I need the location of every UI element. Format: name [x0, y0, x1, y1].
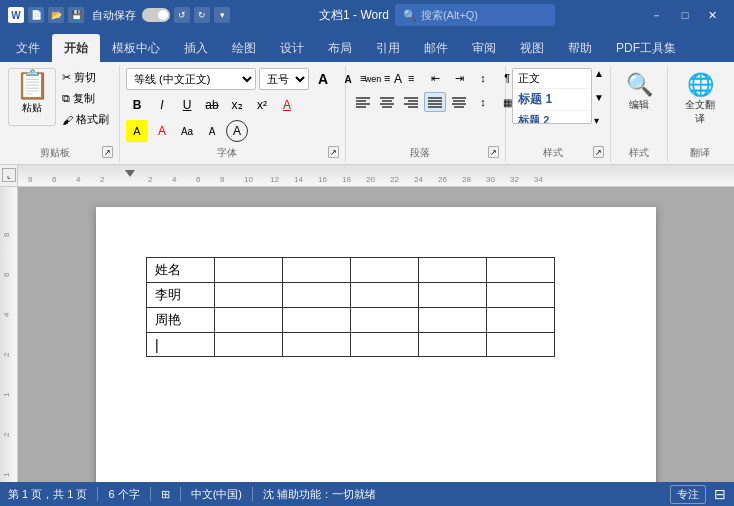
align-left-btn[interactable]	[352, 92, 374, 112]
table-cell-liming-3[interactable]	[283, 283, 351, 308]
tab-draw[interactable]: 绘图	[220, 34, 268, 62]
tab-home[interactable]: 开始	[52, 34, 100, 62]
table-cell-header-5[interactable]	[419, 258, 487, 283]
tab-review[interactable]: 审阅	[460, 34, 508, 62]
style-heading2[interactable]: 标题 2	[513, 111, 591, 124]
customize-btn[interactable]: ▾	[214, 7, 230, 23]
style-normal[interactable]: 正文	[513, 69, 591, 89]
table-cell-header-3[interactable]	[283, 258, 351, 283]
bold-btn[interactable]: B	[126, 94, 148, 116]
restore-btn[interactable]: □	[672, 5, 698, 25]
font-case-btn[interactable]: Aa	[176, 120, 198, 142]
tab-mailing[interactable]: 邮件	[412, 34, 460, 62]
editing-btn[interactable]: 🔍 编辑	[617, 68, 661, 116]
translate-btn[interactable]: 🌐 全文翻译	[674, 68, 726, 130]
justify-btn[interactable]	[424, 92, 446, 112]
font-size-select[interactable]: 五号	[259, 68, 309, 90]
open-btn[interactable]: 📂	[48, 7, 64, 23]
highlight-btn[interactable]: A	[126, 120, 148, 142]
style-heading1[interactable]: 标题 1	[513, 89, 591, 111]
new-btn[interactable]: 📄	[28, 7, 44, 23]
italic-btn[interactable]: I	[151, 94, 173, 116]
table-cell-zhouyan-3[interactable]	[283, 308, 351, 333]
superscript-btn[interactable]: x²	[251, 94, 273, 116]
strikethrough-btn[interactable]: ab	[201, 94, 223, 116]
zoom-icon[interactable]: ⊟	[714, 486, 726, 502]
styles-up-btn[interactable]: ▲	[594, 68, 604, 79]
subscript-btn[interactable]: x₂	[226, 94, 248, 116]
styles-expand-btn[interactable]: ↗	[593, 146, 604, 158]
table-cell-zhouyan-4[interactable]	[351, 308, 419, 333]
undo-btn[interactable]: ↺	[174, 7, 190, 23]
tab-design[interactable]: 设计	[268, 34, 316, 62]
circle-char-btn[interactable]: A	[226, 120, 248, 142]
tab-insert[interactable]: 插入	[172, 34, 220, 62]
tab-stop-indicator[interactable]	[125, 170, 135, 177]
tab-references[interactable]: 引用	[364, 34, 412, 62]
ruler-corner-icon[interactable]: ⌞	[2, 168, 16, 182]
table-cell-liming-4[interactable]	[351, 283, 419, 308]
table-cell-liming-6[interactable]	[487, 283, 555, 308]
cut-btn[interactable]: ✂ 剪切	[58, 68, 113, 87]
align-center-btn[interactable]	[376, 92, 398, 112]
table-cell-zhouyan-2[interactable]	[215, 308, 283, 333]
copy-btn[interactable]: ⧉ 复制	[58, 89, 113, 108]
table-cell-zhouyan-6[interactable]	[487, 308, 555, 333]
styles-more-btn[interactable]: ▾	[594, 115, 604, 126]
distribute-btn[interactable]	[448, 92, 470, 112]
tab-view[interactable]: 视图	[508, 34, 556, 62]
align-right-btn[interactable]	[400, 92, 422, 112]
table-cell-liming-name[interactable]: 李明	[147, 283, 215, 308]
format-painter-btn[interactable]: 🖌 格式刷	[58, 110, 113, 129]
tab-layout[interactable]: 布局	[316, 34, 364, 62]
numbered-list-btn[interactable]: ≡	[376, 68, 398, 88]
table-cell-cursor[interactable]	[147, 333, 215, 357]
tab-help[interactable]: 帮助	[556, 34, 604, 62]
tab-template[interactable]: 模板中心	[100, 34, 172, 62]
font-group-label: 字体	[126, 144, 328, 160]
sort-btn[interactable]: ↕	[472, 68, 494, 88]
focus-btn[interactable]: 专注	[670, 485, 706, 504]
table-cell-header-6[interactable]	[487, 258, 555, 283]
close-btn[interactable]: ✕	[700, 5, 726, 25]
page-area[interactable]: 软件自学网：RJZXW.COM 姓名 李明	[18, 187, 734, 482]
phonetic-btn[interactable]: A	[201, 120, 223, 142]
language[interactable]: 中文(中国)	[191, 487, 242, 502]
underline-btn[interactable]: U	[176, 94, 198, 116]
bullet-list-btn[interactable]: ≡	[352, 68, 374, 88]
table-cell-empty-4[interactable]	[351, 333, 419, 357]
table-cell-empty-6[interactable]	[487, 333, 555, 357]
search-box[interactable]: 🔍 搜索(Alt+Q)	[395, 4, 555, 26]
para-expand-btn[interactable]: ↗	[488, 146, 499, 158]
font-expand-btn[interactable]: ↗	[328, 146, 339, 158]
decrease-indent-btn[interactable]: ⇤	[424, 68, 446, 88]
font-name-select[interactable]: 等线 (中文正文)	[126, 68, 256, 90]
paste-btn[interactable]: 📋 粘贴	[8, 68, 56, 126]
table-cell-zhouyan-name[interactable]: 周艳	[147, 308, 215, 333]
layout-icon[interactable]: ⊞	[161, 488, 170, 501]
table-cell-header-2[interactable]	[215, 258, 283, 283]
font-enlarge-btn[interactable]: A	[312, 68, 334, 90]
line-spacing-btn[interactable]: ↕	[472, 92, 494, 112]
table-cell-header-4[interactable]	[351, 258, 419, 283]
clipboard-expand-btn[interactable]: ↗	[102, 146, 113, 158]
font-color-btn[interactable]: A	[276, 94, 298, 116]
styles-box: 正文 标题 1 标题 2	[512, 68, 592, 124]
table-cell-liming-5[interactable]	[419, 283, 487, 308]
tab-pdf[interactable]: PDF工具集	[604, 34, 688, 62]
table-cell-liming-2[interactable]	[215, 283, 283, 308]
styles-down-btn[interactable]: ▼	[594, 92, 604, 103]
table-cell-header-name[interactable]: 姓名	[147, 258, 215, 283]
increase-indent-btn[interactable]: ⇥	[448, 68, 470, 88]
multilevel-list-btn[interactable]: ≡	[400, 68, 422, 88]
tab-file[interactable]: 文件	[4, 34, 52, 62]
redo-btn[interactable]: ↻	[194, 7, 210, 23]
table-cell-empty-3[interactable]	[283, 333, 351, 357]
save-btn[interactable]: 💾	[68, 7, 84, 23]
minimize-btn[interactable]: －	[644, 5, 670, 25]
table-cell-zhouyan-5[interactable]	[419, 308, 487, 333]
table-cell-empty-2[interactable]	[215, 333, 283, 357]
font-bg-btn[interactable]: A	[151, 120, 173, 142]
auto-save-toggle[interactable]	[142, 8, 170, 22]
table-cell-empty-5[interactable]	[419, 333, 487, 357]
